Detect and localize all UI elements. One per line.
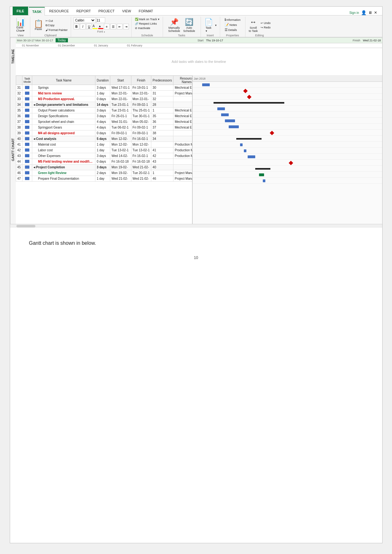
table-row[interactable]: 31Springs3 daysWed 17-01-1Fri 19-01-130M… xyxy=(16,85,192,91)
table-row[interactable]: 37Sprocket wheel and chain4 daysWed 31-0… xyxy=(16,119,192,125)
cell-resource: Project Manager xyxy=(173,91,192,96)
italic-button[interactable]: I xyxy=(80,24,86,29)
gantt-row xyxy=(193,94,382,100)
gantt-bar xyxy=(225,119,235,122)
underline-button[interactable]: U xyxy=(86,24,92,29)
cell-id: 47 xyxy=(16,176,22,182)
gantt-chart-sidebar-label: GANTT CHART xyxy=(10,75,16,224)
font-family-select[interactable]: Calibri xyxy=(74,17,96,23)
notes-button[interactable]: 📝 Notes xyxy=(224,22,238,27)
align-center-button[interactable]: ☰ xyxy=(110,24,116,29)
cell-finish: Thu 25-01-1 xyxy=(131,108,151,113)
editing-group-label: Editing xyxy=(248,34,271,37)
gantt-row xyxy=(193,136,382,142)
redo-icon: ↪ xyxy=(261,26,263,29)
bold-button[interactable]: B xyxy=(74,24,79,29)
cell-id: 36 xyxy=(16,113,22,119)
indent-button[interactable]: ⇥ xyxy=(123,24,129,29)
cell-start: Mon 19-02- xyxy=(110,165,131,170)
table-row[interactable]: 46Green light Review2 daysMon 19-02-Tue … xyxy=(16,170,192,176)
gantt-bar xyxy=(214,102,284,104)
cell-finish: Fri 09-02-1 xyxy=(131,102,151,108)
start-date: Thu 19-10-17 xyxy=(206,39,223,42)
task-dropdown-btn[interactable]: ▾ xyxy=(214,23,217,27)
copy-button[interactable]: ⧉ Copy xyxy=(45,23,69,27)
table-row[interactable]: 40◂ Cost analysis5 daysMon 12-02-Fri 16-… xyxy=(16,136,192,142)
undo-button[interactable]: ↩ Undo xyxy=(260,21,271,25)
cell-predecessors: 41 xyxy=(151,148,173,153)
manually-schedule-button[interactable]: 📌 ManuallySchedule xyxy=(167,17,181,33)
gantt-description: Gantt chart is shown in below. xyxy=(29,240,363,246)
mark-on-track-button[interactable]: ✅ Mark on Track ▾ xyxy=(134,17,160,21)
page-container: FILE TASK RESOURCE REPORT PROJECT VIEW F… xyxy=(10,6,383,543)
table-row[interactable]: 43Other Expenses3 daysWed 14-02-Fri 16-0… xyxy=(16,153,192,159)
font-dialog-icon[interactable]: ⬧ xyxy=(104,30,105,33)
tab-report[interactable]: REPORT xyxy=(73,7,94,15)
table-row[interactable]: 41Material cost1 dayMon 12-02-Mon 12-02-… xyxy=(16,142,192,148)
information-button[interactable]: ℹ Information xyxy=(224,17,241,22)
date-range-label: Mon 30-10-17 Mon 30-10-17 xyxy=(17,39,53,42)
cell-resource: Mechnical Engin xyxy=(173,113,192,119)
outdent-button[interactable]: ⇤ xyxy=(117,24,123,29)
gantt-bar xyxy=(202,83,210,86)
cut-button[interactable]: ✂ Cut xyxy=(45,19,69,23)
table-row[interactable]: 45◂ Project Completion3 daysMon 19-02-We… xyxy=(16,165,192,170)
table-row[interactable]: 34◂ Design parameter's and limitations14… xyxy=(16,102,192,108)
table-row[interactable]: 32Mid term review1 dayMon 22-01-Mon 22-0… xyxy=(16,91,192,96)
table-row[interactable]: 44M5 Field testing review and modificati… xyxy=(16,159,192,165)
tab-view[interactable]: VIEW xyxy=(119,7,135,15)
cell-duration: 1 day xyxy=(95,176,110,182)
inactivate-icon: ⊘ xyxy=(135,27,137,30)
cell-mode xyxy=(22,96,32,102)
tab-file[interactable]: FILE xyxy=(13,7,28,15)
respect-links-button[interactable]: 🔗 Respect Links xyxy=(134,22,158,26)
cell-start: Tue 06-02-1 xyxy=(110,125,131,130)
redo-button[interactable]: ↪ Redo xyxy=(260,26,271,29)
task-mode-icon xyxy=(25,97,29,100)
ribbon-group-schedule: ✅ Mark on Track ▾ 🔗 Respect Links ⊘ Inac… xyxy=(132,17,163,37)
gantt-chart-button[interactable]: 📊 GanttChart▾ xyxy=(15,18,26,33)
font-size-input[interactable] xyxy=(96,17,105,23)
cell-name: Springport Gears xyxy=(32,125,95,130)
cell-id: 35 xyxy=(16,108,22,113)
details-button[interactable]: ☰ Details xyxy=(224,27,238,32)
table-row[interactable]: 47Prepare Final Documentation1 dayWed 21… xyxy=(16,176,192,182)
tab-resource[interactable]: RESOURCE xyxy=(45,7,72,15)
table-row[interactable]: 33M3 Production approval.0 daysMon 22-01… xyxy=(16,96,192,102)
scroll-to-task-button[interactable]: ↔ Scrollto Task xyxy=(248,17,259,33)
clipboard-group-label: Clipboard xyxy=(33,34,69,37)
today-button[interactable]: Today xyxy=(56,38,68,42)
table-row[interactable]: 39M4 all designs approved0 daysFri 09-02… xyxy=(16,130,192,136)
information-icon: ℹ xyxy=(225,18,226,22)
table-row[interactable]: 36Design Specifications3 daysFri 26-01-1… xyxy=(16,113,192,119)
tab-task[interactable]: TASK xyxy=(29,7,45,15)
information-label: Information xyxy=(226,18,241,21)
timeline-date-3: 01 February xyxy=(127,44,142,47)
table-row[interactable]: 35Output Power calculations3 daysTue 23-… xyxy=(16,108,192,113)
inactivate-button[interactable]: ⊘ Inactivate xyxy=(134,26,151,30)
timeline-dates: 01 November 01 December 01 January 01 Fe… xyxy=(16,43,382,48)
timeline-date-1: 01 December xyxy=(58,44,75,47)
scroll-thumb[interactable] xyxy=(16,225,35,227)
timeline-content: Mon 30-10-17 Mon 30-10-17 Today Start Th… xyxy=(16,38,382,75)
horizontal-scrollbar[interactable] xyxy=(10,224,382,228)
align-left-button[interactable]: ≡ xyxy=(104,24,110,29)
table-row[interactable]: 42Labor cost1 dayTue 13-02-1Tue 13-02-14… xyxy=(16,148,192,153)
cell-finish: Mon 22-01- xyxy=(131,96,151,102)
format-painter-icon: 🖌 xyxy=(45,28,48,32)
sign-in-label[interactable]: Sign in xyxy=(349,11,359,15)
properties-group-label: Properties xyxy=(223,34,243,37)
task-insert-button[interactable]: 📄 Task▾ xyxy=(203,17,214,33)
close-icon[interactable]: ✕ xyxy=(374,10,377,15)
auto-schedule-button[interactable]: 🔄 AutoSchedule xyxy=(182,17,196,33)
cell-start: Tue 13-02-1 xyxy=(110,148,131,153)
format-painter-button[interactable]: 🖌 Format Painter xyxy=(45,28,69,32)
cell-resource: Mechnical Engin xyxy=(173,125,192,130)
undo-label: Undo xyxy=(264,21,271,25)
paste-button[interactable]: 📋 Paste xyxy=(33,19,44,31)
cell-mode xyxy=(22,136,32,142)
cell-name: M5 Field testing review and modification… xyxy=(32,159,95,165)
tab-project[interactable]: PROJECT xyxy=(95,7,118,15)
tab-format[interactable]: FORMAT xyxy=(135,7,157,15)
table-row[interactable]: 38Springport Gears4 daysTue 06-02-1Fri 0… xyxy=(16,125,192,130)
